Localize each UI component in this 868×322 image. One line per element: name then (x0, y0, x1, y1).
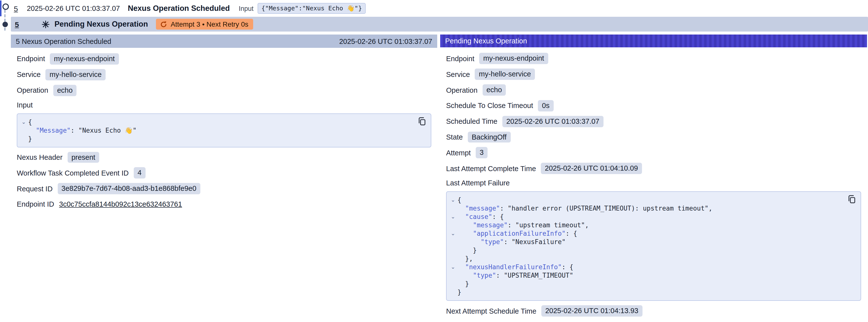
event-summary-row[interactable]: 5 2025-02-26 UTC 01:03:37.07 Nexus Opera… (0, 0, 868, 17)
field-label: Scheduled Time (446, 117, 497, 125)
code-text: "cause": { (458, 213, 504, 221)
failure-json-viewer: ⌄{⌄ "message": "handler error (UPSTREAM_… (446, 191, 861, 301)
pending-panel-body: Endpoint my-nexus-endpoint Service my-he… (440, 47, 867, 322)
last-attempt-failure-label: Last Attempt Failure (446, 179, 861, 187)
page: 5 2025-02-26 UTC 01:03:37.07 Nexus Opera… (0, 0, 868, 322)
code-text: } (458, 280, 469, 288)
field-value-badge: 2025-02-26 UTC 01:04:13.93 (541, 305, 642, 317)
event-timestamp: 2025-02-26 UTC 01:03:37.07 (27, 4, 120, 12)
detail-row-last-attempt-complete-time: Last Attempt Complete Time 2025-02-26 UT… (446, 163, 861, 174)
code-line: ⌄ "type": "UPSTREAM_TIMEOUT" (448, 271, 843, 280)
pending-title: Pending Nexus Operation (55, 20, 148, 29)
detail-row-request-id: Request ID 3e829b7e-7d67-4b08-aad3-b1e86… (17, 183, 431, 194)
code-line: ⌄ "type": "NexusFailure" (448, 238, 843, 246)
attempt-retry-label: Attempt 3 • Next Retry 0s (171, 20, 248, 28)
collapse-chevron-icon[interactable]: ⌄ (448, 229, 458, 238)
field-value-badge: my-hello-service (475, 69, 535, 80)
code-text: "nexusHandlerFailureInfo": { (458, 263, 574, 271)
detail-row-service: Service my-hello-service (446, 69, 861, 80)
code-line: ⌄ }, (448, 254, 843, 263)
detail-row-operation: Operation echo (446, 84, 861, 96)
code-line: ⌄ "cause": { (448, 213, 843, 221)
detail-row-scheduled-time: Scheduled Time 2025-02-26 UTC 01:03:37.0… (446, 116, 861, 127)
code-line: ⌄ } (448, 280, 843, 288)
code-text: { (458, 196, 461, 204)
detail-row-workflow-task-completed-event-id: Workflow Task Completed Event ID 4 (17, 167, 431, 179)
field-value-badge: 2025-02-26 UTC 01:04:10.09 (541, 163, 642, 174)
code-line: ⌄ "message": "upstream timeout", (448, 221, 843, 229)
detail-row-next-attempt-schedule-time: Next Attempt Schedule Time 2025-02-26 UT… (446, 305, 861, 317)
field-label: Schedule To Close Timeout (446, 102, 533, 110)
input-json-viewer: ⌄{⌄ "Message": "Nexus Echo 👋"⌄} (17, 113, 431, 147)
detail-row-service: Service my-hello-service (17, 69, 431, 80)
copy-icon[interactable] (417, 117, 426, 126)
field-label: Last Attempt Complete Time (446, 164, 536, 172)
code-text: }, (458, 254, 473, 263)
code-text: } (458, 246, 477, 254)
code-line: ⌄ "nexusHandlerFailureInfo": { (448, 263, 843, 271)
event-details-header[interactable]: 5 Nexus Operation Scheduled 2025-02-26 U… (11, 34, 437, 48)
field-value-badge: 3 (476, 147, 488, 159)
detail-row-schedule-to-close-timeout: Schedule To Close Timeout 0s (446, 100, 861, 111)
copy-icon[interactable] (847, 195, 856, 204)
pending-panel-header-title: Pending Nexus Operation (445, 37, 527, 45)
code-line: ⌄} (448, 288, 843, 296)
event-id-link[interactable]: 5 (14, 4, 18, 12)
field-value-badge: my-nexus-endpoint (50, 53, 119, 65)
retry-icon (160, 21, 167, 28)
field-value-badge: 3e829b7e-7d67-4b08-aad3-b1e868bfe9e0 (58, 183, 200, 194)
detail-row-endpoint: Endpoint my-nexus-endpoint (446, 53, 861, 64)
timeline-current-dot-icon (2, 22, 8, 27)
input-preview-chip: {"Message":"Nexus Echo 👋"} (257, 3, 366, 14)
event-details-header-timestamp: 2025-02-26 UTC 01:03:37.07 (339, 37, 432, 45)
field-label: State (446, 133, 463, 141)
timeline-node-icon (2, 3, 9, 10)
code-line: ⌄ } (448, 246, 843, 254)
code-text: } (28, 134, 32, 143)
event-details-body: Endpoint my-nexus-endpoint Service my-he… (11, 48, 437, 215)
code-text: "message": "upstream timeout", (458, 221, 589, 229)
code-text: "applicationFailureInfo": { (458, 229, 577, 238)
field-value-badge: echo (483, 84, 506, 96)
code-line: ⌄{ (448, 196, 843, 204)
detail-row-endpoint-id: Endpoint ID 3c0c75ccfa8144b092c13ce63246… (17, 199, 431, 210)
code-line: ⌄{ (19, 118, 413, 126)
code-text: "Message": "Nexus Echo 👋" (28, 126, 136, 134)
detail-row-endpoint: Endpoint my-nexus-endpoint (17, 53, 431, 65)
field-value-badge: 0s (538, 100, 554, 111)
endpoint-id-link[interactable]: 3c0c75ccfa8144b092c13ce632463761 (59, 199, 182, 209)
field-label: Endpoint ID (17, 200, 54, 208)
code-text: "type": "UPSTREAM_TIMEOUT" (458, 271, 574, 280)
field-label: Workflow Task Completed Event ID (17, 169, 128, 177)
detail-row-state: State BackingOff (446, 131, 861, 143)
detail-row-nexus-header: Nexus Header present (17, 152, 431, 163)
detail-row-operation: Operation echo (17, 85, 431, 96)
field-value-badge: 2025-02-26 UTC 01:03:37.07 (502, 116, 603, 127)
pending-operation-row[interactable]: 5 Pending Nexus Operation Attempt 3 • Ne… (11, 17, 868, 32)
pending-operation-panel: Pending Nexus Operation Endpoint my-nexu… (440, 34, 867, 322)
event-details-header-title: 5 Nexus Operation Scheduled (16, 37, 111, 45)
code-text: { (28, 118, 32, 126)
field-label: Next Attempt Schedule Time (446, 307, 536, 315)
field-value-badge: my-hello-service (45, 69, 105, 80)
code-line: ⌄ "message": "handler error (UPSTREAM_TI… (448, 204, 843, 213)
detail-row-attempt: Attempt 3 (446, 147, 861, 159)
code-line: ⌄ "applicationFailureInfo": { (448, 229, 843, 238)
field-value-badge: BackingOff (468, 131, 510, 143)
details-content: 5 Nexus Operation Scheduled 2025-02-26 U… (11, 34, 867, 322)
field-label: Request ID (17, 185, 53, 193)
input-label: Input (239, 5, 253, 12)
field-label: Operation (17, 86, 48, 94)
collapse-chevron-icon[interactable]: ⌄ (448, 263, 458, 271)
field-label: Attempt (446, 149, 471, 157)
code-text: "type": "NexusFailure" (458, 238, 565, 246)
pending-panel-header[interactable]: Pending Nexus Operation (440, 34, 867, 47)
collapse-chevron-icon[interactable]: ⌄ (19, 118, 28, 126)
field-label: Endpoint (446, 55, 474, 63)
pending-id-link[interactable]: 5 (15, 20, 19, 28)
event-title: Nexus Operation Scheduled (128, 4, 230, 13)
collapse-chevron-icon[interactable]: ⌄ (448, 213, 458, 221)
field-label: Nexus Header (17, 153, 62, 161)
collapse-chevron-icon[interactable]: ⌄ (448, 196, 458, 204)
active-row-indicator (0, 0, 1, 16)
